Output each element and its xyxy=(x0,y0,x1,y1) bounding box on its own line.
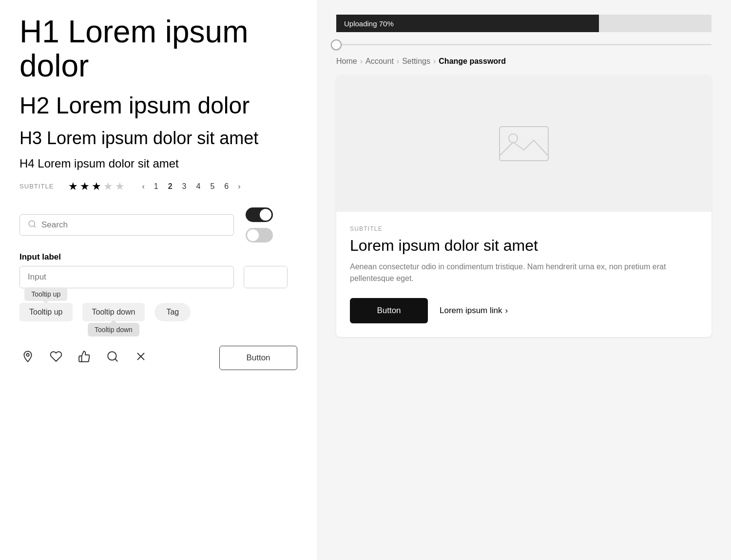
heading-h2: H2 Lorem ipsum dolor xyxy=(19,93,297,119)
input-fields-row: ▲ ▼ xyxy=(19,266,297,288)
star-5: ★ xyxy=(115,180,125,193)
thumbsup-icon-button[interactable] xyxy=(76,348,93,368)
breadcrumb-sep-1: › xyxy=(360,57,363,66)
search-box[interactable] xyxy=(19,214,234,236)
toggle-off[interactable] xyxy=(246,228,273,243)
card-body: SUBTITLE Lorem ipsum dolor sit amet Aene… xyxy=(336,212,712,337)
heading-h4: H4 Lorem ipsum dolor sit amet xyxy=(19,157,297,170)
svg-line-1 xyxy=(34,225,35,227)
page-1[interactable]: 1 xyxy=(151,181,161,192)
input-label: Input label xyxy=(19,252,61,261)
right-panel: Uploading 70% Home › Account › Settings … xyxy=(317,0,731,560)
card-image xyxy=(336,75,712,212)
card: SUBTITLE Lorem ipsum dolor sit amet Aene… xyxy=(336,75,712,337)
pagination-next[interactable]: › xyxy=(235,181,243,192)
location-icon-button[interactable] xyxy=(19,348,36,368)
tooltip-row: Tooltip up Tooltip up Tooltip down Toolt… xyxy=(19,303,297,321)
card-button[interactable]: Button xyxy=(350,298,428,323)
breadcrumb-settings[interactable]: Settings xyxy=(402,57,430,66)
toggle-on[interactable] xyxy=(246,207,273,222)
breadcrumb: Home › Account › Settings › Change passw… xyxy=(336,57,712,66)
card-actions: Button Lorem ipsum link › xyxy=(350,298,698,323)
toggles-column xyxy=(246,207,273,243)
svg-rect-7 xyxy=(500,127,548,161)
breadcrumb-sep-2: › xyxy=(397,57,399,66)
main-button[interactable]: Button xyxy=(219,346,297,370)
progress-label: Uploading 70% xyxy=(344,19,394,28)
toggle-on-knob xyxy=(260,209,271,221)
heart-icon-button[interactable] xyxy=(48,348,64,368)
breadcrumb-active: Change password xyxy=(439,57,506,66)
tooltip-down-wrapper: Tooltip down Tooltip down xyxy=(82,303,145,321)
star-1: ★ xyxy=(68,180,78,193)
slider-thumb[interactable] xyxy=(331,39,342,50)
search-icon-button[interactable] xyxy=(104,348,121,368)
subtitle-label: SUBTITLE xyxy=(19,183,54,190)
tooltip-down-bubble: Tooltip down xyxy=(88,323,139,336)
card-link-arrow: › xyxy=(505,306,508,316)
search-icon xyxy=(28,220,37,230)
card-link[interactable]: Lorem ipsum link › xyxy=(440,306,508,316)
svg-point-2 xyxy=(26,354,29,356)
breadcrumb-sep-3: › xyxy=(433,57,436,66)
stars: ★ ★ ★ ★ ★ xyxy=(68,180,125,193)
tooltip-up-wrapper: Tooltip up Tooltip up xyxy=(19,303,73,321)
stepper-value[interactable] xyxy=(244,266,288,288)
stepper[interactable]: ▲ ▼ xyxy=(244,266,288,288)
close-icon-button[interactable] xyxy=(133,348,149,368)
page-4[interactable]: 4 xyxy=(193,181,204,192)
card-subtitle: SUBTITLE xyxy=(350,225,698,232)
text-input[interactable] xyxy=(19,266,234,288)
svg-point-8 xyxy=(509,134,518,143)
progress-bar-container: Uploading 70% xyxy=(336,15,712,32)
input-label-row: Input label xyxy=(19,252,297,262)
left-panel: H1 Lorem ipsum dolor H2 Lorem ipsum dolo… xyxy=(0,0,317,560)
svg-line-4 xyxy=(115,359,117,361)
page-3[interactable]: 3 xyxy=(179,181,190,192)
heading-h3: H3 Lorem ipsum dolor sit amet xyxy=(19,129,297,148)
star-2: ★ xyxy=(80,180,90,193)
tooltip-up-bubble: Tooltip up xyxy=(24,287,67,301)
breadcrumb-account[interactable]: Account xyxy=(366,57,394,66)
pagination: ‹ 1 2 3 4 5 6 › xyxy=(139,181,243,192)
search-toggle-row xyxy=(19,207,297,243)
page-5[interactable]: 5 xyxy=(207,181,217,192)
card-description: Aenean consectetur odio in condimentum t… xyxy=(350,261,698,284)
page-2[interactable]: 2 xyxy=(165,181,175,192)
pagination-prev[interactable]: ‹ xyxy=(139,181,147,192)
card-link-text: Lorem ipsum link xyxy=(440,306,502,316)
heading-h1: H1 Lorem ipsum dolor xyxy=(19,15,297,83)
slider-row xyxy=(336,42,712,45)
search-input[interactable] xyxy=(41,220,226,230)
breadcrumb-home[interactable]: Home xyxy=(336,57,357,66)
progress-bar-fill: Uploading 70% xyxy=(336,15,599,32)
tag-button[interactable]: Tag xyxy=(154,303,191,321)
icons-btn-row: Button xyxy=(19,346,297,370)
card-title: Lorem ipsum dolor sit amet xyxy=(350,237,698,254)
star-3: ★ xyxy=(92,180,101,193)
page-6[interactable]: 6 xyxy=(221,181,231,192)
star-4: ★ xyxy=(103,180,113,193)
slider-track[interactable] xyxy=(336,44,712,45)
subtitle-row: SUBTITLE ★ ★ ★ ★ ★ ‹ 1 2 3 4 5 6 › xyxy=(19,180,297,193)
toggle-off-knob xyxy=(247,229,259,241)
